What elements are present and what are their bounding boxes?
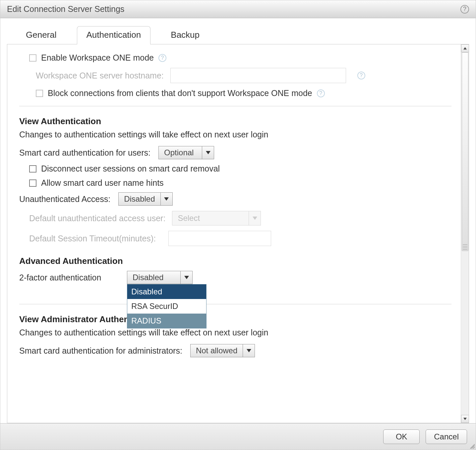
scrollbar [461, 44, 469, 423]
label-workspace-hostname: Workspace ONE server hostname: [36, 71, 164, 80]
heading-admin-authentication: View Administrator Authentication [19, 314, 451, 325]
dropdown-option-radius[interactable]: RADIUS [127, 314, 206, 328]
row-smartcard-users: Smart card authentication for users: Opt… [19, 146, 451, 159]
checkbox-disconnect-on-removal[interactable] [29, 165, 36, 173]
divider [19, 304, 451, 304]
svg-marker-3 [184, 276, 189, 279]
checkbox-allow-username-hints[interactable] [29, 179, 36, 187]
scroll-thumb[interactable] [462, 52, 468, 251]
input-default-session-timeout [168, 231, 271, 246]
row-disconnect-on-removal: Disconnect user sessions on smart card r… [19, 164, 451, 174]
chevron-down-icon [180, 271, 192, 284]
dropdown-option-rsa-securid[interactable]: RSA SecurID [127, 299, 206, 314]
bottombar: OK Cancel [0, 423, 476, 450]
label-unauthenticated-access: Unauthenticated Access: [19, 194, 110, 204]
ok-button-label: OK [396, 432, 407, 441]
help-icon[interactable]: ? [158, 54, 166, 62]
tab-content: Enable Workspace ONE mode ? Workspace ON… [7, 44, 461, 423]
row-unauthenticated-access: Unauthenticated Access: Disabled [19, 192, 451, 206]
note-view-authentication: Changes to authentication settings will … [19, 130, 451, 139]
cancel-button[interactable]: Cancel [426, 429, 467, 444]
scroll-down-button[interactable] [461, 415, 469, 423]
input-workspace-hostname [170, 68, 346, 83]
chevron-down-icon [160, 193, 172, 205]
dropdown-unauthenticated-access-value: Disabled [119, 193, 160, 205]
scroll-gripper-icon [463, 244, 467, 250]
row-workspace-hostname: Workspace ONE server hostname: ? [19, 68, 451, 83]
content-wrap: Enable Workspace ONE mode ? Workspace ON… [7, 44, 469, 423]
svg-marker-6 [463, 418, 467, 420]
tab-authentication[interactable]: Authentication [77, 26, 151, 44]
row-default-unauth-user: Default unauthenticated access user: Sel… [19, 211, 451, 225]
svg-marker-5 [463, 47, 467, 50]
label-allow-username-hints: Allow smart card user name hints [41, 178, 164, 188]
dropdown-smartcard-users[interactable]: Optional [158, 146, 214, 159]
svg-marker-2 [253, 217, 257, 220]
label-block-connections: Block connections from clients that don'… [48, 88, 312, 98]
dropdown-smartcard-users-value: Optional [159, 146, 202, 159]
help-icon[interactable]: ? [460, 5, 469, 14]
checkbox-block-connections [36, 90, 43, 97]
tab-authentication-label: Authentication [87, 30, 141, 40]
tab-backup[interactable]: Backup [161, 26, 209, 44]
label-enable-workspace-one: Enable Workspace ONE mode [41, 53, 154, 63]
window-title: Edit Connection Server Settings [7, 4, 124, 14]
scroll-up-button[interactable] [461, 44, 469, 52]
row-two-factor: 2-factor authentication Disabled Disable… [19, 271, 451, 284]
row-allow-username-hints: Allow smart card user name hints [19, 178, 451, 188]
dropdown-two-factor-value: Disabled [127, 271, 180, 284]
row-enable-workspace-one: Enable Workspace ONE mode ? [19, 53, 451, 63]
label-default-unauth-user: Default unauthenticated access user: [29, 214, 165, 223]
dropdown-smartcard-admins[interactable]: Not allowed [190, 344, 255, 357]
tab-general-label: General [26, 30, 57, 40]
ok-button[interactable]: OK [383, 429, 420, 444]
titlebar: Edit Connection Server Settings ? [0, 0, 476, 18]
chevron-down-icon [243, 344, 255, 357]
tab-general[interactable]: General [16, 26, 66, 44]
dropdown-unauthenticated-access[interactable]: Disabled [118, 192, 172, 206]
dropdown-default-unauth-user-value: Select [172, 211, 249, 225]
label-two-factor: 2-factor authentication [19, 273, 117, 282]
cancel-button-label: Cancel [434, 432, 459, 441]
chevron-down-icon [202, 146, 214, 159]
dropdown-two-factor-list: Disabled RSA SecurID RADIUS [127, 284, 207, 328]
row-smartcard-admins: Smart card authentication for administra… [19, 344, 451, 357]
checkbox-enable-workspace-one [29, 54, 36, 62]
help-icon[interactable]: ? [317, 89, 325, 97]
label-disconnect-on-removal: Disconnect user sessions on smart card r… [41, 164, 220, 174]
divider [19, 106, 451, 106]
dropdown-smartcard-admins-value: Not allowed [191, 344, 243, 357]
label-default-session-timeout: Default Session Timeout(minutes): [29, 234, 162, 243]
svg-marker-1 [164, 197, 169, 201]
resize-grip-icon[interactable] [469, 443, 475, 449]
svg-marker-0 [206, 151, 210, 154]
chevron-down-icon [249, 211, 261, 225]
row-block-connections: Block connections from clients that don'… [19, 88, 451, 98]
dropdown-option-disabled[interactable]: Disabled [127, 284, 206, 299]
scroll-track[interactable] [461, 52, 469, 415]
help-icon[interactable]: ? [357, 72, 365, 79]
dropdown-default-unauth-user: Select [172, 211, 261, 225]
tabs: General Authentication Backup [0, 18, 476, 44]
row-default-session-timeout: Default Session Timeout(minutes): [19, 231, 451, 246]
svg-marker-4 [247, 349, 251, 352]
heading-advanced-authentication: Advanced Authentication [19, 256, 451, 266]
label-smartcard-admins: Smart card authentication for administra… [19, 346, 182, 356]
heading-view-authentication: View Authentication [19, 116, 451, 126]
tab-backup-label: Backup [171, 30, 200, 40]
tabs-divider [7, 44, 469, 44]
label-smartcard-users: Smart card authentication for users: [19, 148, 150, 158]
dialog-window: Edit Connection Server Settings ? Genera… [0, 0, 476, 450]
note-admin-authentication: Changes to authentication settings will … [19, 328, 451, 337]
dropdown-two-factor[interactable]: Disabled [127, 271, 193, 284]
